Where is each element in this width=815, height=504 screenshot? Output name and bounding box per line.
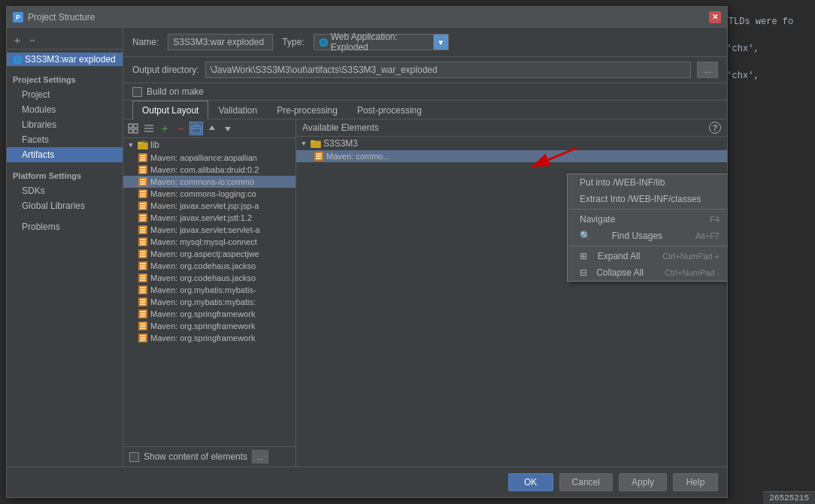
tree-panel: ＋ － — [123, 119, 296, 466]
lib-folder-toggle[interactable]: ▼ — [126, 140, 135, 149]
tree-item-2[interactable]: Maven: commons-io:commo — [123, 176, 295, 188]
context-menu: Put into /WEB-INF/lib Extract Into /WEB-… — [567, 174, 727, 282]
name-label: Name: — [132, 37, 159, 47]
sidebar-item-sdks[interactable]: SDKs — [7, 183, 123, 198]
build-on-make-label: Build on make — [147, 86, 204, 97]
svg-rect-12 — [311, 140, 315, 143]
sidebar-item-problems[interactable]: Problems — [7, 219, 123, 234]
svg-rect-1 — [134, 124, 138, 128]
content-area: Name: Type: 🌐 Web Application: Exploded … — [123, 28, 727, 466]
artifact-item[interactable]: 🌐 S3S3M3:war exploded — [7, 53, 123, 66]
add-artifact-button[interactable]: ＋ — [11, 34, 23, 46]
tree-item-6[interactable]: Maven: javax.servlet:servlet-a — [123, 224, 295, 236]
available-help-button[interactable]: ? — [709, 122, 721, 134]
show-content-more-button[interactable]: ... — [252, 450, 268, 463]
tree-content[interactable]: ▼ lib Maven: aopalliance:aopallian — [123, 138, 295, 446]
tab-pre-processing[interactable]: Pre-processing — [267, 101, 347, 119]
tree-item-9[interactable]: Maven: org.codehaus.jackso — [123, 260, 295, 272]
type-dropdown-arrow[interactable]: ▼ — [434, 34, 449, 50]
status-bar: 26525215 — [763, 491, 815, 504]
context-menu-put-into-lib[interactable]: Put into /WEB-INF/lib — [568, 174, 727, 191]
sidebar-item-libraries[interactable]: Libraries — [7, 117, 123, 132]
expand-all-shortcut: Ctrl+NumPad + — [662, 252, 720, 261]
output-dir-input[interactable] — [205, 62, 691, 78]
avail-item-0[interactable]: Maven: commo... — [296, 150, 727, 162]
context-menu-collapse-all[interactable]: ⊟ Collapse All Ctrl+NumPad - — [568, 264, 727, 281]
lib-folder[interactable]: ▼ lib — [123, 138, 295, 152]
cancel-button[interactable]: Cancel — [559, 473, 613, 491]
show-content-checkbox[interactable] — [129, 452, 139, 462]
sidebar-item-project[interactable]: Project — [7, 87, 123, 102]
remove-artifact-button[interactable]: － — [26, 34, 38, 46]
context-menu-find-usages[interactable]: 🔍 Find Usages Alt+F7 — [568, 228, 727, 244]
sidebar-item-facets[interactable]: Facets — [7, 132, 123, 147]
remove-element-button[interactable]: － — [174, 122, 187, 135]
find-usages-shortcut: Alt+F7 — [695, 231, 720, 240]
sidebar-item-global-libraries[interactable]: Global Libraries — [7, 198, 123, 213]
move-up-button[interactable] — [205, 122, 219, 135]
add-element-button[interactable]: ＋ — [158, 122, 171, 135]
platform-settings-section: Platform Settings — [7, 168, 123, 183]
type-input: 🌐 Web Application: Exploded — [314, 34, 434, 50]
type-dropdown: 🌐 Web Application: Exploded ▼ — [314, 34, 449, 50]
output-dir-row: Output directory: ... — [123, 57, 727, 83]
build-on-make-checkbox[interactable] — [132, 87, 142, 97]
tree-item-5[interactable]: Maven: javax.servlet:jstl:1.2 — [123, 212, 295, 224]
context-menu-extract-into[interactable]: Extract Into /WEB-INF/classes — [568, 191, 727, 207]
available-panel: Available Elements ? ▼ S3S3M3 — [296, 119, 727, 466]
tree-item-0[interactable]: Maven: aopalliance:aopallian — [123, 152, 295, 164]
context-menu-navigate[interactable]: Navigate F4 — [568, 211, 727, 228]
dialog-title: Project Structure — [28, 12, 95, 23]
main-panel: ＋ － — [123, 119, 727, 466]
list-view-button[interactable] — [142, 122, 156, 135]
apply-button[interactable]: Apply — [619, 473, 667, 491]
tab-validation[interactable]: Validation — [208, 101, 267, 119]
avail-folder-toggle[interactable]: ▼ — [299, 139, 308, 148]
tab-output-layout[interactable]: Output Layout — [132, 101, 208, 119]
available-header: Available Elements ? — [296, 119, 727, 137]
tree-item-12[interactable]: Maven: org.mybatis:mybatis: — [123, 296, 295, 308]
name-type-row: Name: Type: 🌐 Web Application: Exploded … — [123, 28, 727, 57]
context-menu-expand-all[interactable]: ⊞ Expand All Ctrl+NumPad + — [568, 248, 727, 264]
tree-item-15[interactable]: Maven: org.springframework — [123, 332, 295, 344]
tree-item-1[interactable]: Maven: com.alibaba:druid:0.2 — [123, 164, 295, 176]
grid-view-button[interactable] — [126, 122, 140, 135]
collapse-all-icon: ⊟ — [580, 267, 587, 278]
package-button[interactable] — [189, 122, 203, 135]
title-bar: P Project Structure ✕ — [7, 7, 727, 28]
close-button[interactable]: ✕ — [709, 11, 721, 23]
name-input[interactable] — [168, 34, 273, 50]
dialog-icon: P — [13, 12, 23, 23]
tree-item-10[interactable]: Maven: org.codehaus.jackso — [123, 272, 295, 284]
sidebar: ＋ － 🌐 S3S3M3:war exploded Project Settin… — [7, 28, 123, 466]
tree-item-8[interactable]: Maven: org.aspectj:aspectjwe — [123, 248, 295, 260]
dialog-footer: OK Cancel Apply Help — [7, 466, 727, 497]
svg-rect-2 — [129, 129, 132, 133]
browse-button[interactable]: ... — [697, 62, 718, 78]
tree-item-3[interactable]: Maven: commons-logging:co — [123, 188, 295, 200]
tree-item-7[interactable]: Maven: mysql:mysql-connect — [123, 236, 295, 248]
tree-item-11[interactable]: Maven: org.mybatis:mybatis- — [123, 284, 295, 296]
svg-rect-7 — [192, 126, 201, 133]
sidebar-item-artifacts[interactable]: Artifacts — [7, 147, 123, 162]
sidebar-item-modules[interactable]: Modules — [7, 102, 123, 117]
output-dir-label: Output directory: — [132, 65, 199, 75]
avail-root-folder[interactable]: ▼ S3S3M3 — [296, 137, 727, 150]
project-structure-dialog: P Project Structure ✕ ＋ － 🌐 S3S3M3:war e… — [6, 6, 728, 498]
tree-item-4[interactable]: Maven: javax.servlet.jsp:jsp-a — [123, 200, 295, 212]
dialog-body: ＋ － 🌐 S3S3M3:war exploded Project Settin… — [7, 28, 727, 466]
available-elements-label: Available Elements — [302, 122, 379, 133]
tab-post-processing[interactable]: Post-processing — [347, 101, 432, 119]
build-on-make-row: Build on make — [123, 83, 727, 101]
show-content-row: Show content of elements ... — [123, 446, 295, 466]
svg-rect-10 — [138, 142, 142, 144]
move-down-button[interactable] — [221, 122, 235, 135]
help-button[interactable]: Help — [673, 473, 718, 491]
tree-item-14[interactable]: Maven: org.springframework — [123, 320, 295, 332]
lib-folder-label: lib — [150, 140, 159, 150]
tabs-row: Output Layout Validation Pre-processing … — [123, 101, 727, 119]
expand-all-icon: ⊞ — [580, 251, 587, 261]
tree-item-13[interactable]: Maven: org.springframework — [123, 308, 295, 320]
navigate-shortcut: F4 — [710, 215, 720, 224]
ok-button[interactable]: OK — [508, 473, 553, 491]
